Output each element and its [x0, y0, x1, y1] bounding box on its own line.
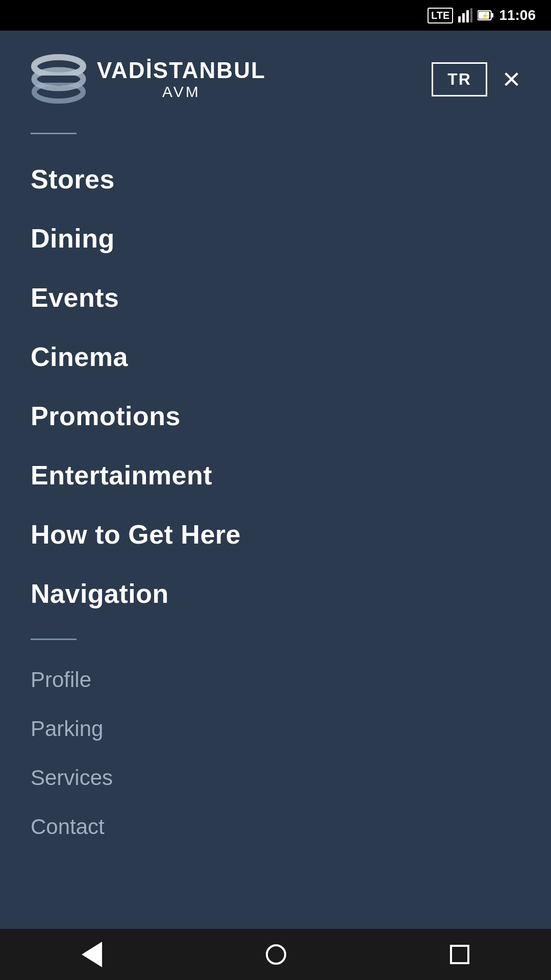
secondary-menu-item-services[interactable]: Services [0, 753, 551, 802]
home-button[interactable] [266, 944, 286, 965]
svg-rect-1 [462, 13, 465, 22]
logo-area: VADİSTANBUL AVM [31, 51, 266, 107]
time-display: 11:06 [499, 7, 536, 23]
main-menu: StoresDiningEventsCinemaPromotionsEntert… [0, 144, 551, 628]
logo-text: VADİSTANBUL AVM [97, 58, 266, 101]
svg-rect-2 [466, 10, 469, 22]
menu-item-entertainment[interactable]: Entertainment [0, 446, 551, 505]
menu-item-cinema[interactable]: Cinema [0, 327, 551, 386]
menu-item-promotions[interactable]: Promotions [0, 386, 551, 446]
back-icon [82, 942, 102, 967]
top-divider [31, 133, 77, 134]
header-actions: TR × [432, 62, 520, 96]
close-button[interactable]: × [503, 64, 520, 94]
recents-button[interactable] [450, 945, 469, 964]
secondary-menu-item-profile[interactable]: Profile [0, 655, 551, 704]
status-icons: LTE ⚡ 11:06 [428, 7, 536, 23]
logo-icon [31, 51, 87, 107]
language-button[interactable]: TR [432, 62, 487, 96]
status-bar: LTE ⚡ 11:06 [0, 0, 551, 31]
svg-rect-0 [458, 16, 461, 22]
secondary-menu-item-contact[interactable]: Contact [0, 802, 551, 851]
menu-item-events[interactable]: Events [0, 268, 551, 327]
bottom-divider [31, 639, 77, 640]
menu-item-stores[interactable]: Stores [0, 150, 551, 209]
battery-icon: ⚡ [478, 8, 494, 22]
svg-point-10 [34, 83, 83, 101]
menu-item-dining[interactable]: Dining [0, 209, 551, 268]
svg-text:⚡: ⚡ [481, 12, 489, 20]
recents-icon [450, 945, 469, 964]
svg-rect-3 [470, 8, 472, 22]
back-button[interactable] [82, 942, 102, 967]
logo-title: VADİSTANBUL [97, 58, 266, 83]
secondary-menu: ProfileParkingServicesContact [0, 650, 551, 856]
svg-rect-5 [491, 13, 493, 18]
menu-item-how-to-get-here[interactable]: How to Get Here [0, 505, 551, 564]
close-icon: × [503, 64, 520, 94]
bottom-navigation-bar [0, 929, 551, 980]
signal-icon [458, 8, 472, 22]
home-icon [266, 944, 286, 965]
secondary-menu-item-parking[interactable]: Parking [0, 704, 551, 753]
logo-subtitle: AVM [97, 83, 266, 101]
lte-indicator: LTE [428, 8, 453, 23]
header: VADİSTANBUL AVM TR × [0, 31, 551, 122]
menu-item-navigation[interactable]: Navigation [0, 564, 551, 623]
